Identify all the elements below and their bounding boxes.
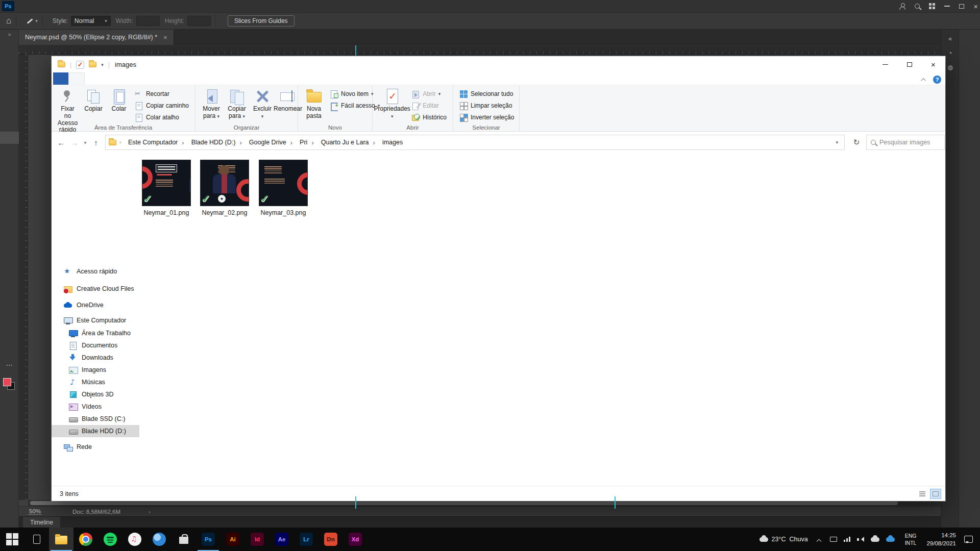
close-tab-icon[interactable]: × (163, 34, 167, 41)
panel-icon[interactable] (959, 112, 980, 126)
ps-tool-button[interactable] (0, 251, 19, 263)
ps-tool-button[interactable] (0, 171, 19, 184)
zoom-level-field[interactable]: 50% (28, 508, 42, 515)
ps-tool-button[interactable] (0, 437, 19, 449)
copy-to-button[interactable]: Copiarpara ▾ (225, 87, 249, 121)
home-icon[interactable]: ⌂ (6, 16, 11, 26)
taskbar-app-button[interactable]: Ae (270, 528, 294, 551)
ps-tool-button[interactable] (0, 198, 19, 210)
new-folder-button[interactable]: Novapasta (302, 87, 326, 121)
share-icon[interactable] (899, 3, 905, 9)
copy-button[interactable]: Copiar (82, 87, 105, 114)
sidebar-item[interactable]: Vídeos (52, 400, 139, 413)
thumbnails-view-button[interactable] (930, 489, 941, 499)
help-icon[interactable]: ? (933, 76, 941, 84)
timeline-tab[interactable]: Timeline (23, 517, 60, 528)
panel-icon[interactable] (959, 169, 980, 182)
sidebar-item[interactable]: Blade SSD (C:) (52, 413, 139, 425)
taskbar-app-button[interactable]: Dn (318, 528, 343, 551)
taskbar-app-button[interactable]: Lr (294, 528, 318, 551)
taskbar-app-button[interactable] (74, 528, 98, 551)
ribbon-tab[interactable] (100, 72, 115, 85)
foreground-color-swatch[interactable] (3, 378, 11, 386)
ps-tool-button[interactable] (0, 105, 19, 117)
sidebar-item[interactable]: Downloads (52, 352, 139, 364)
ps-tool-button[interactable] (0, 423, 19, 436)
refresh-button[interactable]: ↻ (849, 135, 864, 150)
taskbar-app-button[interactable] (24, 528, 49, 551)
ribbon-tab[interactable] (68, 72, 85, 85)
ps-tool-button[interactable] (0, 158, 19, 170)
back-button[interactable]: ← (55, 138, 68, 147)
ps-tool-button[interactable] (0, 238, 19, 250)
display-tray-icon[interactable] (830, 537, 837, 542)
ps-tool-button[interactable] (0, 79, 19, 91)
taskbar-app-button[interactable]: Ai (220, 528, 245, 551)
ps-minimize-button[interactable] (944, 6, 950, 7)
file-item[interactable]: ✦ ✓ Neymar_03.png (259, 160, 308, 216)
language-indicator[interactable]: ENG INTL (900, 532, 922, 546)
invert-selection-button[interactable]: Inverter seleção (457, 112, 516, 122)
breadcrumb-segment[interactable]: Google Drive› (246, 135, 296, 149)
taskbar-app-button[interactable] (0, 528, 24, 551)
scrollbar-thumb[interactable] (30, 501, 898, 505)
properties-button[interactable]: Propriedades▾ (377, 87, 407, 121)
qat-properties-icon[interactable]: ✓ (76, 61, 84, 69)
ribbon-tab[interactable] (53, 72, 68, 85)
taskbar-app-button[interactable]: Ps (196, 528, 220, 551)
sidebar-item[interactable]: Creative Cloud Files (52, 282, 139, 295)
taskbar-app-button[interactable] (147, 528, 172, 551)
ps-tool-button[interactable] (0, 92, 19, 104)
ps-tool-button[interactable] (0, 291, 19, 303)
breadcrumb-segment[interactable]: Blade HDD (D:)› (188, 135, 245, 149)
panel-icon[interactable] (959, 131, 980, 144)
network-icon[interactable] (844, 537, 850, 542)
search-box[interactable]: Pesquisar images (866, 135, 945, 150)
ps-maximize-button[interactable] (959, 4, 964, 9)
ps-tool-button[interactable] (0, 317, 19, 330)
recent-locations-icon[interactable]: ▾ (81, 140, 89, 145)
taskbar-app-button[interactable]: Xd (343, 528, 368, 551)
paste-shortcut-button[interactable]: Colar atalho (133, 112, 191, 122)
taskbar-app-button[interactable] (98, 528, 122, 551)
taskbar-app-button[interactable] (49, 528, 74, 551)
up-button[interactable]: ↑ (89, 138, 103, 147)
panel-icon[interactable] (959, 188, 980, 201)
history-button[interactable]: Histórico (409, 112, 449, 122)
width-field[interactable] (136, 16, 160, 26)
status-options-arrow-icon[interactable]: › (149, 509, 151, 515)
cut-button[interactable]: ✂ Recortar (133, 88, 191, 99)
taskbar-app-button[interactable] (122, 528, 147, 551)
panel-icon[interactable] (959, 150, 980, 163)
document-tab[interactable]: Neymar.psd @ 50% (Ellipse 2 copy, RGB/8#… (19, 30, 174, 45)
address-dropdown-icon[interactable]: ▾ (832, 140, 841, 145)
active-tool-preset[interactable]: ▾ (26, 18, 38, 24)
panel-icon[interactable] (959, 56, 980, 69)
panel-icon[interactable] (959, 74, 980, 88)
clear-selection-button[interactable]: Limpar seleção (457, 100, 516, 111)
style-select[interactable]: Normal ▾ (71, 16, 111, 26)
onedrive-icon[interactable] (871, 537, 879, 542)
height-field[interactable] (187, 16, 211, 26)
ps-tool-button[interactable] (0, 185, 19, 197)
ps-tool-button[interactable] (0, 396, 19, 408)
breadcrumb-segment[interactable]: Este Computador› (125, 135, 187, 149)
collapse-toolbar-icon[interactable]: » (0, 31, 19, 37)
explorer-maximize-button[interactable] (897, 56, 921, 73)
sidebar-item[interactable]: Blade HDD (D:) (52, 425, 139, 437)
explorer-minimize-button[interactable] (873, 56, 897, 73)
workspace-icon[interactable] (929, 3, 935, 9)
show-hidden-icons-button[interactable] (817, 535, 821, 544)
collapse-panels-icon[interactable]: « (941, 33, 959, 45)
breadcrumb-segment[interactable]: images› (379, 135, 406, 149)
qat-customize-icon[interactable]: ▾ (101, 62, 104, 67)
ps-tool-button[interactable] (0, 410, 19, 422)
ps-tool-button[interactable] (0, 132, 19, 144)
panel-icon[interactable] (959, 93, 980, 107)
ellipsis-icon[interactable]: ⋯ (0, 359, 19, 371)
explorer-close-button[interactable]: × (921, 56, 945, 73)
action-center-icon[interactable] (964, 536, 973, 543)
paste-button[interactable]: Colar (107, 87, 131, 114)
forward-button[interactable]: → (68, 138, 81, 147)
open-button[interactable]: Abrir▾ (409, 88, 449, 99)
